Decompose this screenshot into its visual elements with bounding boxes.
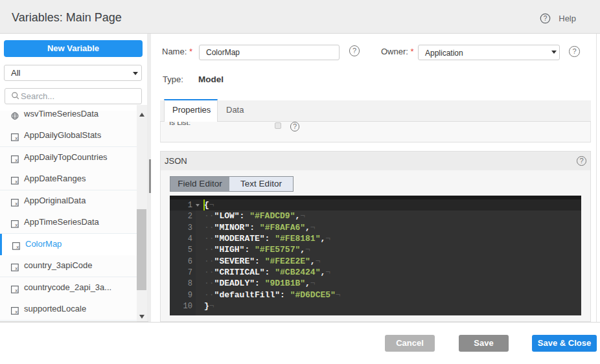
svg-text:x: x (15, 135, 17, 141)
svg-text:x: x (15, 179, 17, 185)
svg-text:x: x (16, 244, 19, 250)
svg-text:?: ? (543, 15, 547, 22)
svg-text:x: x (15, 288, 17, 293)
svg-text:x: x (15, 309, 17, 315)
svg-text:x: x (15, 222, 17, 228)
svg-text:x: x (15, 157, 17, 163)
svg-text:x: x (15, 201, 17, 207)
svg-text:x: x (15, 266, 17, 271)
